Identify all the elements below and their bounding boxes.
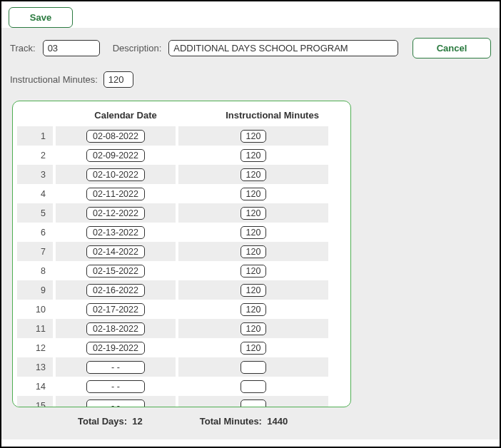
- row-minutes-cell: [178, 319, 328, 338]
- table-row: 7: [17, 242, 348, 261]
- row-minutes-cell: [178, 126, 328, 146]
- calendar-date-input[interactable]: [86, 168, 145, 181]
- totals-bar: Total Days: 12 Total Minutes: 1440: [10, 407, 491, 427]
- row-date-cell: [56, 300, 176, 319]
- row-number: 9: [17, 280, 53, 300]
- row-number: 11: [17, 319, 53, 338]
- row-minutes-input[interactable]: [241, 265, 266, 278]
- calendar-date-input[interactable]: [86, 207, 145, 220]
- total-days: Total Days: 12: [78, 416, 143, 427]
- row-minutes-input[interactable]: [241, 399, 266, 407]
- row-minutes-input[interactable]: [241, 245, 266, 258]
- table-row: 15: [17, 396, 348, 407]
- total-minutes: Total Minutes: 1440: [200, 416, 288, 427]
- col-header-number: [17, 110, 54, 121]
- calendar-date-input[interactable]: [86, 361, 145, 374]
- row-minutes-cell: [178, 300, 328, 319]
- row-minutes-cell: [178, 377, 328, 396]
- row-date-cell: [56, 242, 176, 261]
- row-date-cell: [56, 261, 176, 280]
- row-minutes-input[interactable]: [241, 361, 266, 374]
- description-label: Description:: [113, 43, 162, 54]
- row-minutes-input[interactable]: [241, 130, 266, 143]
- calendar-date-input[interactable]: [86, 322, 145, 335]
- calendar-date-input[interactable]: [86, 149, 145, 162]
- row-number: 8: [17, 261, 53, 280]
- row-date-cell: [56, 357, 176, 377]
- row-number: 7: [17, 242, 53, 261]
- table-row: 12: [17, 338, 348, 357]
- row-number: 15: [17, 396, 53, 407]
- row-date-cell: [56, 184, 176, 203]
- row-minutes-input[interactable]: [241, 284, 266, 297]
- table-row: 8: [17, 261, 348, 280]
- row-minutes-input[interactable]: [241, 168, 266, 181]
- save-button[interactable]: Save: [9, 7, 73, 28]
- row-minutes-input[interactable]: [241, 226, 266, 239]
- row-minutes-cell: [178, 203, 328, 223]
- row-number: 6: [17, 223, 53, 242]
- table-row: 9: [17, 280, 348, 300]
- row-minutes-input[interactable]: [241, 322, 266, 335]
- row-date-cell: [56, 223, 176, 242]
- app-window: Save Track: Description: Cancel Instruct…: [0, 0, 501, 448]
- row-date-cell: [56, 396, 176, 407]
- row-minutes-input[interactable]: [241, 149, 266, 162]
- form-row-1: Track: Description: Cancel: [10, 38, 491, 58]
- row-date-cell: [56, 126, 176, 146]
- table-row: 2: [17, 146, 348, 165]
- calendar-date-input[interactable]: [86, 399, 145, 407]
- row-number: 14: [17, 377, 53, 396]
- row-minutes-input[interactable]: [241, 342, 266, 355]
- row-number: 4: [17, 184, 53, 203]
- row-minutes-cell: [178, 165, 328, 184]
- calendar-date-input[interactable]: [86, 380, 145, 393]
- table-row: 11: [17, 319, 348, 338]
- col-header-minutes: Instructional Minutes: [197, 110, 348, 121]
- description-input[interactable]: [168, 40, 398, 56]
- table-row: 3: [17, 165, 348, 184]
- row-minutes-input[interactable]: [241, 380, 266, 393]
- calendar-date-input[interactable]: [86, 245, 145, 258]
- top-toolbar: Save: [1, 1, 500, 28]
- instructional-minutes-input[interactable]: [103, 71, 133, 88]
- track-label: Track:: [10, 43, 36, 54]
- row-number: 13: [17, 357, 53, 377]
- row-minutes-input[interactable]: [241, 303, 266, 316]
- table-row: 6: [17, 223, 348, 242]
- row-minutes-cell: [178, 146, 328, 165]
- calendar-date-input[interactable]: [86, 188, 145, 200]
- row-number: 12: [17, 338, 53, 357]
- calendar-date-input[interactable]: [86, 226, 145, 239]
- cancel-button[interactable]: Cancel: [413, 38, 491, 58]
- row-date-cell: [56, 377, 176, 396]
- row-number: 10: [17, 300, 53, 319]
- grid-rows: 123456789101112131415: [17, 126, 348, 407]
- table-row: 13: [17, 357, 348, 377]
- calendar-date-input[interactable]: [86, 284, 145, 297]
- table-row: 10: [17, 300, 348, 319]
- calendar-date-input[interactable]: [86, 130, 145, 143]
- row-date-cell: [56, 203, 176, 223]
- row-minutes-input[interactable]: [241, 188, 266, 200]
- grid-header: Calendar Date Instructional Minutes: [17, 106, 348, 126]
- instructional-minutes-label: Instructional Minutes:: [10, 74, 98, 85]
- row-minutes-cell: [178, 357, 328, 377]
- track-input[interactable]: [43, 40, 100, 56]
- calendar-date-input[interactable]: [86, 342, 145, 355]
- table-row: 14: [17, 377, 348, 396]
- calendar-grid-panel: Calendar Date Instructional Minutes 1234…: [12, 101, 351, 407]
- col-header-date: Calendar Date: [54, 110, 197, 121]
- row-number: 2: [17, 146, 53, 165]
- calendar-date-input[interactable]: [86, 303, 145, 316]
- row-minutes-cell: [178, 184, 328, 203]
- form-area: Track: Description: Cancel Instructional…: [1, 28, 500, 439]
- row-minutes-cell: [178, 242, 328, 261]
- row-date-cell: [56, 165, 176, 184]
- row-minutes-cell: [178, 280, 328, 300]
- row-minutes-input[interactable]: [241, 207, 266, 220]
- calendar-date-input[interactable]: [86, 265, 145, 278]
- table-row: 5: [17, 203, 348, 223]
- row-date-cell: [56, 338, 176, 357]
- calendar-grid-scroll[interactable]: Calendar Date Instructional Minutes 1234…: [13, 101, 350, 407]
